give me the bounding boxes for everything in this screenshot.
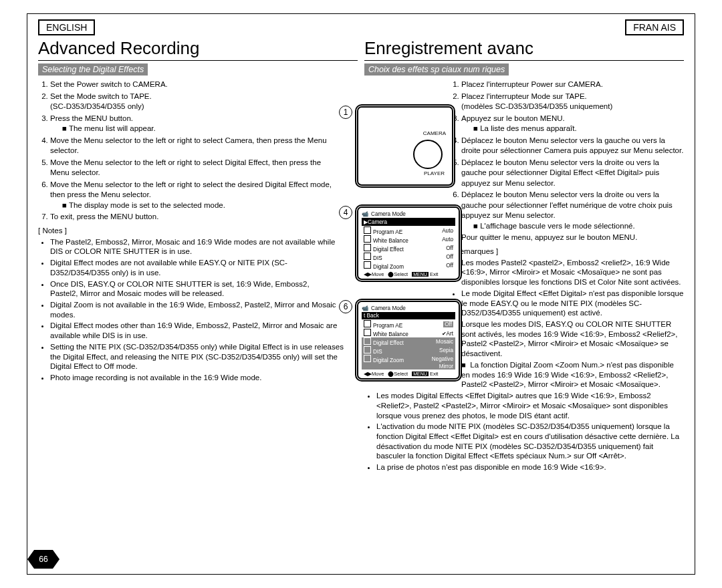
note-text: La fonction Digital Zoom <Zoom Num.> n'e… [461,361,674,388]
note-item: Once DIS, EASY.Q or COLOR NITE SHUTTER i… [50,279,338,299]
illustration-camera: 1 CAMERA PLAYER [355,104,469,188]
step-subtext: L'affichage bascule vers le mode sélecti… [480,222,635,230]
step-text: Press the MENU button. [50,114,133,122]
page-title-en: Advanced Recording [38,38,358,61]
menu-back-row: ▶Camera [362,218,455,226]
page-title-fr: Enregistrement avanc [364,38,684,61]
step-subtext: The menu list will appear. [69,124,156,132]
section-subhead-fr: Choix des effets sp ciaux num riques [364,63,509,76]
menu-title: Camera Mode [371,211,406,217]
note-item: Setting the NITE PIX (SC-D352/D354/D355 … [50,342,351,372]
step: Déplacez le bouton Menu selector vers la… [461,190,684,231]
step-text: Déplacez le bouton Menu selector vers la… [461,190,673,219]
step-text: To exit, press the MENU button. [50,212,158,220]
step: Move the Menu selector to the left or ri… [50,136,338,156]
note-item: Photo image recording is not available i… [50,373,351,383]
step: Set the Mode switch to TAPE. (SC-D353/D3… [50,92,338,112]
note-item: Les modes Pastel2 <pastel2>, Emboss2 <re… [461,258,684,287]
mode-dial-icon [413,140,443,169]
illustration-strip: 1 CAMERA PLAYER 4 📹Camera Mode ▶Camera P… [355,104,469,382]
menu-back-row: t Back [362,312,455,319]
step: Set the Power switch to CAMERA. [50,80,338,90]
step: Press the MENU button. ■ The menu list w… [50,114,338,134]
note-item: Digital Zoom is not available in the 16:… [50,300,338,319]
step-text: Placez l'interrupteur Power sur CAMERA. [461,80,603,88]
step-badge-1: 1 [339,106,352,119]
note-item: La prise de photos n'est pas disponible … [376,462,684,472]
menu-footer: ◀▶Move ⬤Select MENU Exit [362,371,455,377]
notes-list-en: The Pastel2, Emboss2, Mirror, Mosaic and… [38,237,338,320]
player-mode-label: PLAYER [424,170,445,176]
camera-mode-label: CAMERA [423,130,446,136]
step-text: Move the Menu selector to the left or ri… [50,158,321,177]
step-text: Move the Menu selector to the left or ri… [50,136,327,155]
step: Déplacez le bouton Menu selector vers la… [461,158,684,189]
note-item: Digital Effect modes other than 16:9 Wid… [50,321,351,340]
steps-list-en: Set the Power switch to CAMERA. Set the … [38,80,338,223]
step-subtext: La liste des menus apparaît. [480,124,576,132]
step-text: Move the Menu selector to the left or ri… [50,180,332,199]
illustration-menu-6: 6 📹Camera Mode t Back Program AEOff Whit… [355,299,469,382]
note-item: Les modes Digital Effects <Effet Digital… [376,391,684,420]
notes-heading-en: [ Notes ] [38,227,358,235]
step-text: Set the Power switch to CAMERA. [50,80,168,88]
step: Move the Menu selector to the left or ri… [50,180,338,211]
camera-icon: CAMERA PLAYER [355,104,455,188]
step: Appuyez sur le bouton MENU. ■ La liste d… [461,114,684,134]
section-subhead-en: Selecting the Digital Effects [38,63,148,76]
note-item: Digital Effect modes are not available w… [50,258,338,277]
english-column: ENGLISH Advanced Recording Selecting the… [27,14,358,574]
note-item: L'activation du mode NITE PIX (modèles S… [376,422,684,461]
cam-icon: 📹 [362,305,368,311]
step-text: Déplacez le bouton Menu selector vers la… [461,136,683,155]
menu-title: Camera Mode [371,305,406,311]
step: Placez l'interrupteur Mode sur TAPE. (mo… [461,92,684,112]
note-item: ■ La fonction Digital Zoom <Zoom Num.> n… [461,360,684,390]
step: Pour quitter le menu, appuyez sur le bou… [461,233,684,243]
step-text: Pour quitter le menu, appuyez sur le bou… [461,233,637,241]
language-label-fr: FRAN AIS [625,19,684,35]
step-badge-6: 6 [339,300,352,313]
lcd-menu-screen: 📹Camera Mode t Back Program AEOff White … [355,299,462,382]
step: To exit, press the MENU button. [50,212,338,223]
manual-page: ENGLISH Advanced Recording Selecting the… [27,13,695,575]
step-text: Déplacez le bouton Menu selector vers la… [461,158,659,187]
step: Déplacez le bouton Menu selector vers la… [461,136,684,156]
menu-footer: ◀▶Move ⬤Select MENU Exit [362,271,455,277]
page-number: 66 [34,550,53,569]
step: Move the Menu selector to the left or ri… [50,158,338,178]
notes-list-en-wide: Digital Effect modes other than 16:9 Wid… [38,321,358,382]
step-text: Placez l'interrupteur Mode sur TAPE. [461,92,587,100]
note-item: The Pastel2, Emboss2, Mirror, Mosaic and… [50,237,338,257]
language-label-en: ENGLISH [38,19,95,35]
step: Placez l'interrupteur Power sur CAMERA. [461,80,684,90]
step-badge-4: 4 [339,206,352,219]
note-item: Lorsque les modes DIS, EASY.Q ou COLOR N… [461,319,684,359]
lcd-menu-screen: 📹Camera Mode ▶Camera Program AEAuto Whit… [355,204,462,282]
step-text: Appuyez sur le bouton MENU. [461,114,565,122]
note-item: Le mode Digital Effect <Effet Digital> n… [461,289,684,318]
cam-icon: 📹 [362,210,368,217]
step-subtext: The display mode is set to the selected … [69,201,225,209]
notes-heading-fr: [ Remarques ] [450,247,684,255]
step-subtext: (SC-D353/D354/D355 only) [50,102,144,110]
step-subtext: (modèles SC-D353/D354/D355 uniquement) [461,102,612,110]
illustration-menu-4: 4 📹Camera Mode ▶Camera Program AEAuto Wh… [355,204,469,282]
step-text: Set the Mode switch to TAPE. [50,92,152,100]
